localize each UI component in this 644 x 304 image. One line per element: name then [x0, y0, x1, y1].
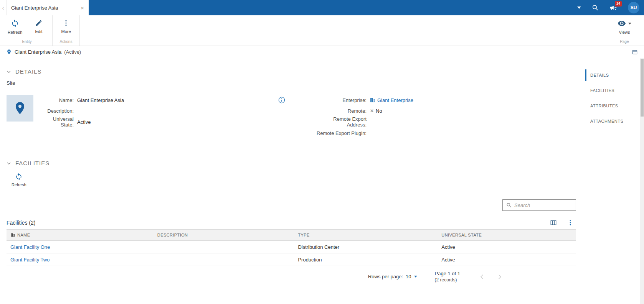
edit-button-label: Edit	[35, 29, 43, 34]
details-grid: Site Name: Giant Enterprise Asia	[7, 80, 574, 138]
remote-value: No	[376, 108, 382, 114]
section-nav-attachments[interactable]: ATTACHMENTS	[585, 113, 640, 129]
facilities-section-title: FACILITIES	[15, 160, 50, 166]
table-footer: Rows per page: 10 Page 1 of 1 (2 records…	[7, 271, 576, 283]
details-section-title: DETAILS	[15, 68, 41, 75]
views-eye-icon	[618, 19, 626, 28]
name-label: Name:	[39, 97, 77, 103]
tab-close-icon[interactable]: ×	[81, 5, 84, 11]
table-row: Giant Facility Two Production Active	[7, 253, 576, 266]
entity-titlebar: Giant Enterprise Asia (Active)	[0, 46, 644, 58]
facilities-refresh-button[interactable]: Refresh	[6, 171, 32, 190]
facilities-table-title: Facilities (2)	[7, 220, 35, 226]
refresh-button[interactable]: Refresh	[3, 18, 27, 35]
enterprise-building-icon	[370, 97, 375, 103]
search-row	[0, 199, 576, 211]
x-icon: ✕	[370, 108, 374, 113]
main-panel: DETAILS Site Name: Giant Enterprise Asia	[0, 58, 579, 304]
section-nav-attributes[interactable]: ATTRIBUTES	[585, 98, 640, 113]
rows-per-page-label: Rows per page:	[368, 274, 403, 279]
tab-list-dropdown-icon[interactable]	[577, 7, 581, 9]
facilities-collapse-chevron-icon[interactable]	[6, 161, 12, 166]
user-avatar[interactable]: SU	[628, 2, 639, 13]
pager	[479, 273, 503, 280]
ribbon-group-page: Views Page	[611, 15, 644, 46]
more-ellipsis-icon	[62, 19, 70, 27]
facility-link[interactable]: Giant Facility Two	[10, 257, 50, 263]
remote-label: Remote:	[316, 108, 370, 114]
rows-per-page-control[interactable]: Rows per page: 10	[368, 274, 417, 279]
page-info: Page 1 of 1 (2 records)	[435, 271, 461, 283]
edit-button[interactable]: Edit	[27, 18, 51, 34]
facilities-search-box	[502, 199, 576, 211]
remote-field: Remote: ✕ No	[316, 105, 574, 116]
search-icon[interactable]	[592, 4, 599, 11]
page-scrollbar[interactable]	[640, 58, 644, 304]
open-window-icon[interactable]	[632, 49, 638, 55]
more-button[interactable]: More	[54, 18, 78, 34]
site-pin-icon	[13, 101, 27, 115]
column-header-name-label: NAME	[17, 233, 30, 237]
ribbon-toolbar: Refresh Edit Entity More Actions	[0, 15, 644, 46]
remote-export-plugin-label: Remote Export Plugin:	[316, 130, 370, 136]
views-button-label: Views	[619, 30, 630, 35]
facilities-section-header: FACILITIES	[0, 138, 579, 166]
ribbon-group-entity: Refresh Edit Entity	[2, 15, 53, 46]
previous-page-icon[interactable]	[479, 273, 485, 280]
section-nav-facilities[interactable]: FACILITIES	[585, 83, 640, 98]
right-column-head	[316, 80, 574, 90]
facility-building-icon	[10, 233, 15, 237]
description-field: Description:	[39, 105, 286, 116]
facilities-refresh-icon	[15, 173, 23, 181]
tab-giant-enterprise-asia[interactable]: Giant Enterprise Asia ×	[7, 0, 89, 15]
refresh-icon	[11, 19, 19, 28]
table-more-options-icon[interactable]	[567, 219, 574, 226]
info-icon[interactable]	[278, 96, 286, 104]
column-header-universal-state[interactable]: UNIVERSAL STATE	[438, 230, 576, 240]
page-content: DETAILS Site Name: Giant Enterprise Asia	[0, 58, 644, 304]
facilities-table: NAME DESCRIPTION TYPE UNIVERSAL STATE Gi…	[7, 229, 576, 283]
site-subheader: Site	[7, 80, 286, 90]
notifications-icon[interactable]: 14	[609, 4, 617, 12]
facility-link[interactable]: Giant Facility One	[10, 244, 50, 250]
details-collapse-chevron-icon[interactable]	[6, 69, 12, 74]
tab-title: Giant Enterprise Asia	[11, 5, 78, 11]
enterprise-field: Enterprise: Giant Enterprise	[316, 95, 574, 105]
facilities-search-input[interactable]	[514, 202, 572, 208]
column-chooser-icon[interactable]	[550, 219, 557, 226]
section-nav: DETAILS FACILITIES ATTRIBUTES ATTACHMENT…	[579, 58, 640, 304]
facility-type: Production	[294, 253, 438, 266]
name-field: Name: Giant Enterprise Asia	[39, 95, 286, 105]
topbar: ‹ Giant Enterprise Asia × 14 SU	[0, 0, 644, 15]
entity-group-label: Entity	[2, 39, 52, 46]
facilities-refresh-label: Refresh	[12, 182, 26, 187]
facilities-table-title-row: Facilities (2)	[7, 219, 574, 226]
column-header-description[interactable]: DESCRIPTION	[154, 230, 294, 240]
rows-per-page-value: 10	[406, 274, 411, 279]
section-nav-details[interactable]: DETAILS	[585, 67, 640, 83]
details-left-column: Site Name: Giant Enterprise Asia	[7, 80, 286, 138]
facility-state: Active	[438, 241, 576, 253]
views-dropdown-icon	[628, 23, 631, 25]
page-info-records: (2 records)	[435, 277, 461, 283]
description-label: Description:	[39, 108, 77, 114]
topbar-actions: 14 SU	[577, 0, 644, 15]
universal-state-field: Universal State: Active	[39, 116, 286, 128]
page-group-label: Page	[611, 39, 638, 46]
enterprise-link[interactable]: Giant Enterprise	[377, 97, 413, 103]
facility-description	[154, 253, 294, 266]
details-section-header: DETAILS	[0, 58, 579, 75]
facility-type: Distribution Center	[294, 241, 438, 253]
table-row: Giant Facility One Distribution Center A…	[7, 241, 576, 253]
actions-group-label: Actions	[53, 39, 79, 46]
ribbon-group-actions: More Actions	[53, 15, 80, 46]
views-button[interactable]: Views	[613, 18, 636, 35]
back-chevron-icon: ‹	[2, 5, 4, 11]
next-page-icon[interactable]	[496, 273, 503, 280]
back-button[interactable]: ‹	[0, 0, 7, 15]
remote-export-address-field: Remote Export Address:	[316, 116, 574, 128]
scrollbar-thumb[interactable]	[641, 59, 644, 117]
refresh-button-label: Refresh	[8, 30, 23, 35]
column-header-name[interactable]: NAME	[7, 230, 154, 240]
column-header-type[interactable]: TYPE	[294, 230, 438, 240]
